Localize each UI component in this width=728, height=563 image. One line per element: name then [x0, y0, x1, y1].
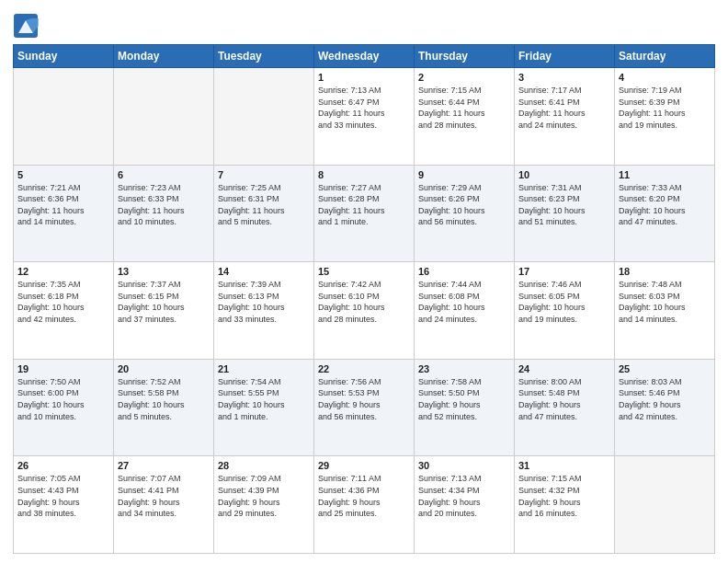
day-number: 6	[118, 169, 210, 180]
day-info: Sunrise: 7:13 AM Sunset: 6:47 PM Dayligh…	[318, 85, 410, 131]
calendar-cell: 9Sunrise: 7:29 AM Sunset: 6:26 PM Daylig…	[415, 165, 515, 262]
calendar-cell: 25Sunrise: 8:03 AM Sunset: 5:46 PM Dayli…	[615, 359, 715, 456]
day-number: 17	[518, 266, 610, 277]
calendar-cell: 23Sunrise: 7:58 AM Sunset: 5:50 PM Dayli…	[415, 359, 515, 456]
day-number: 18	[619, 266, 711, 277]
day-info: Sunrise: 7:07 AM Sunset: 4:41 PM Dayligh…	[118, 473, 210, 519]
day-number: 3	[518, 72, 610, 83]
day-info: Sunrise: 7:09 AM Sunset: 4:39 PM Dayligh…	[218, 473, 310, 519]
day-number: 12	[17, 266, 109, 277]
calendar-cell: 21Sunrise: 7:54 AM Sunset: 5:55 PM Dayli…	[214, 359, 314, 456]
day-info: Sunrise: 7:37 AM Sunset: 6:15 PM Dayligh…	[118, 279, 210, 325]
day-info: Sunrise: 7:33 AM Sunset: 6:20 PM Dayligh…	[619, 182, 711, 228]
calendar-header-monday: Monday	[114, 45, 214, 68]
day-number: 27	[118, 460, 210, 471]
calendar-cell: 11Sunrise: 7:33 AM Sunset: 6:20 PM Dayli…	[615, 165, 715, 262]
day-number: 11	[619, 169, 711, 180]
calendar-cell: 24Sunrise: 8:00 AM Sunset: 5:48 PM Dayli…	[515, 359, 615, 456]
day-info: Sunrise: 7:15 AM Sunset: 4:32 PM Dayligh…	[518, 473, 610, 519]
logo	[13, 13, 42, 39]
day-number: 20	[118, 363, 210, 374]
calendar-cell: 6Sunrise: 7:23 AM Sunset: 6:33 PM Daylig…	[114, 165, 214, 262]
calendar-cell: 15Sunrise: 7:42 AM Sunset: 6:10 PM Dayli…	[314, 262, 415, 360]
calendar-cell: 22Sunrise: 7:56 AM Sunset: 5:53 PM Dayli…	[314, 359, 415, 456]
day-number: 22	[318, 363, 410, 374]
calendar-cell: 5Sunrise: 7:21 AM Sunset: 6:36 PM Daylig…	[14, 165, 114, 262]
day-info: Sunrise: 7:56 AM Sunset: 5:53 PM Dayligh…	[318, 376, 410, 422]
day-number: 23	[418, 363, 510, 374]
calendar-cell: 13Sunrise: 7:37 AM Sunset: 6:15 PM Dayli…	[114, 262, 214, 360]
day-info: Sunrise: 7:48 AM Sunset: 6:03 PM Dayligh…	[619, 279, 711, 325]
calendar-header-sunday: Sunday	[14, 45, 114, 68]
calendar-header-row: SundayMondayTuesdayWednesdayThursdayFrid…	[14, 45, 715, 68]
calendar-cell: 31Sunrise: 7:15 AM Sunset: 4:32 PM Dayli…	[515, 456, 615, 554]
day-number: 4	[619, 72, 711, 83]
day-number: 26	[17, 460, 109, 471]
week-row-0: 1Sunrise: 7:13 AM Sunset: 6:47 PM Daylig…	[14, 68, 715, 166]
calendar-cell: 26Sunrise: 7:05 AM Sunset: 4:43 PM Dayli…	[14, 456, 114, 554]
day-number: 13	[118, 266, 210, 277]
week-row-2: 12Sunrise: 7:35 AM Sunset: 6:18 PM Dayli…	[14, 262, 715, 360]
day-info: Sunrise: 7:21 AM Sunset: 6:36 PM Dayligh…	[17, 182, 109, 228]
day-info: Sunrise: 7:35 AM Sunset: 6:18 PM Dayligh…	[17, 279, 109, 325]
day-number: 10	[518, 169, 610, 180]
day-info: Sunrise: 7:39 AM Sunset: 6:13 PM Dayligh…	[218, 279, 310, 325]
calendar-cell: 4Sunrise: 7:19 AM Sunset: 6:39 PM Daylig…	[615, 68, 715, 166]
day-info: Sunrise: 7:52 AM Sunset: 5:58 PM Dayligh…	[118, 376, 210, 422]
day-number: 19	[17, 363, 109, 374]
day-number: 8	[318, 169, 410, 180]
day-info: Sunrise: 7:44 AM Sunset: 6:08 PM Dayligh…	[418, 279, 510, 325]
calendar-cell	[114, 68, 214, 166]
week-row-1: 5Sunrise: 7:21 AM Sunset: 6:36 PM Daylig…	[14, 165, 715, 262]
day-info: Sunrise: 7:31 AM Sunset: 6:23 PM Dayligh…	[518, 182, 610, 228]
day-info: Sunrise: 7:17 AM Sunset: 6:41 PM Dayligh…	[518, 85, 610, 131]
calendar-cell: 27Sunrise: 7:07 AM Sunset: 4:41 PM Dayli…	[114, 456, 214, 554]
calendar-header-wednesday: Wednesday	[314, 45, 415, 68]
day-info: Sunrise: 7:58 AM Sunset: 5:50 PM Dayligh…	[418, 376, 510, 422]
day-number: 2	[418, 72, 510, 83]
calendar-cell: 30Sunrise: 7:13 AM Sunset: 4:34 PM Dayli…	[415, 456, 515, 554]
day-number: 25	[619, 363, 711, 374]
week-row-4: 26Sunrise: 7:05 AM Sunset: 4:43 PM Dayli…	[14, 456, 715, 554]
page: SundayMondayTuesdayWednesdayThursdayFrid…	[0, 0, 728, 563]
calendar-cell: 2Sunrise: 7:15 AM Sunset: 6:44 PM Daylig…	[415, 68, 515, 166]
calendar-header-tuesday: Tuesday	[214, 45, 314, 68]
day-info: Sunrise: 7:25 AM Sunset: 6:31 PM Dayligh…	[218, 182, 310, 228]
day-number: 16	[418, 266, 510, 277]
day-info: Sunrise: 7:23 AM Sunset: 6:33 PM Dayligh…	[118, 182, 210, 228]
calendar-cell: 10Sunrise: 7:31 AM Sunset: 6:23 PM Dayli…	[515, 165, 615, 262]
calendar: SundayMondayTuesdayWednesdayThursdayFrid…	[13, 44, 715, 554]
calendar-cell	[14, 68, 114, 166]
week-row-3: 19Sunrise: 7:50 AM Sunset: 6:00 PM Dayli…	[14, 359, 715, 456]
calendar-cell: 16Sunrise: 7:44 AM Sunset: 6:08 PM Dayli…	[415, 262, 515, 360]
header	[13, 9, 715, 39]
calendar-cell: 29Sunrise: 7:11 AM Sunset: 4:36 PM Dayli…	[314, 456, 415, 554]
day-info: Sunrise: 7:29 AM Sunset: 6:26 PM Dayligh…	[418, 182, 510, 228]
day-number: 29	[318, 460, 410, 471]
calendar-header-friday: Friday	[515, 45, 615, 68]
day-number: 5	[17, 169, 109, 180]
day-info: Sunrise: 7:05 AM Sunset: 4:43 PM Dayligh…	[17, 473, 109, 519]
calendar-cell: 12Sunrise: 7:35 AM Sunset: 6:18 PM Dayli…	[14, 262, 114, 360]
day-number: 24	[518, 363, 610, 374]
calendar-cell: 7Sunrise: 7:25 AM Sunset: 6:31 PM Daylig…	[214, 165, 314, 262]
day-number: 30	[418, 460, 510, 471]
calendar-cell: 20Sunrise: 7:52 AM Sunset: 5:58 PM Dayli…	[114, 359, 214, 456]
day-number: 14	[218, 266, 310, 277]
day-info: Sunrise: 8:03 AM Sunset: 5:46 PM Dayligh…	[619, 376, 711, 422]
logo-icon	[13, 13, 39, 39]
calendar-cell	[615, 456, 715, 554]
calendar-cell: 3Sunrise: 7:17 AM Sunset: 6:41 PM Daylig…	[515, 68, 615, 166]
day-info: Sunrise: 7:50 AM Sunset: 6:00 PM Dayligh…	[17, 376, 109, 422]
day-info: Sunrise: 7:19 AM Sunset: 6:39 PM Dayligh…	[619, 85, 711, 131]
day-number: 7	[218, 169, 310, 180]
day-info: Sunrise: 7:27 AM Sunset: 6:28 PM Dayligh…	[318, 182, 410, 228]
calendar-cell: 17Sunrise: 7:46 AM Sunset: 6:05 PM Dayli…	[515, 262, 615, 360]
day-number: 1	[318, 72, 410, 83]
calendar-cell: 19Sunrise: 7:50 AM Sunset: 6:00 PM Dayli…	[14, 359, 114, 456]
day-info: Sunrise: 7:46 AM Sunset: 6:05 PM Dayligh…	[518, 279, 610, 325]
day-info: Sunrise: 7:54 AM Sunset: 5:55 PM Dayligh…	[218, 376, 310, 422]
calendar-cell: 8Sunrise: 7:27 AM Sunset: 6:28 PM Daylig…	[314, 165, 415, 262]
calendar-cell: 1Sunrise: 7:13 AM Sunset: 6:47 PM Daylig…	[314, 68, 415, 166]
day-number: 31	[518, 460, 610, 471]
